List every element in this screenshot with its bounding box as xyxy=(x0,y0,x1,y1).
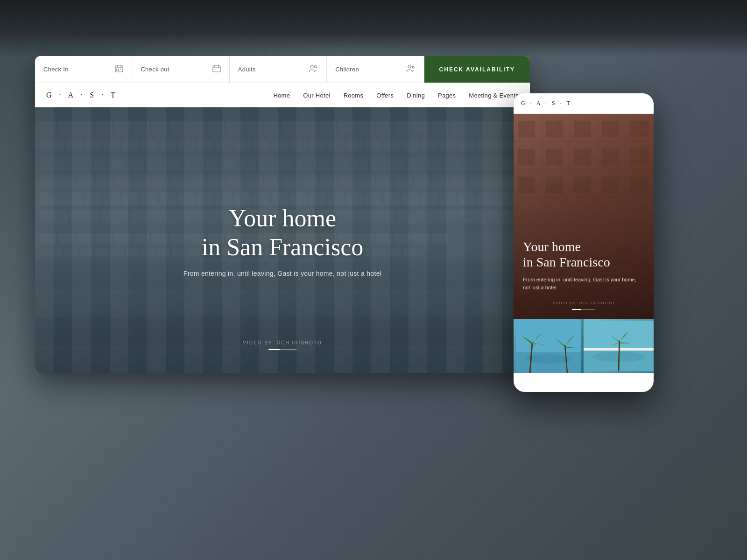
pool2-svg xyxy=(584,319,654,373)
mobile-logo: G · A · S · T xyxy=(521,100,572,107)
svg-point-221 xyxy=(525,354,572,364)
booking-bar: Check In Check out xyxy=(35,56,530,83)
mobile-hero-content: Your home in San Francisco From entering… xyxy=(514,239,654,291)
pool-image-2 xyxy=(584,319,654,373)
nav-home[interactable]: Home xyxy=(273,92,290,99)
check-in-field[interactable]: Check In xyxy=(35,56,132,83)
svg-rect-9 xyxy=(213,66,220,72)
children-field[interactable]: Children xyxy=(327,56,424,83)
svg-rect-8 xyxy=(118,70,119,71)
svg-rect-5 xyxy=(118,69,119,70)
desktop-video-credit: VIDEO BY: OCH IRISHOTO xyxy=(243,340,322,350)
mobile-thumbnails xyxy=(514,319,654,373)
svg-rect-4 xyxy=(116,69,117,70)
nav-rooms[interactable]: Rooms xyxy=(344,92,364,99)
desktop-mockup: Check In Check out xyxy=(35,56,530,373)
desktop-hero-title: Your home in San Francisco xyxy=(183,204,381,262)
desktop-hero-subtitle: From entering in, until leaving, Gast is… xyxy=(183,269,381,277)
desktop-hero-progress xyxy=(268,349,296,350)
check-in-label: Check In xyxy=(43,66,69,73)
adults-icon xyxy=(309,64,318,75)
nav-our-hotel[interactable]: Our Hotel xyxy=(303,92,330,99)
check-out-label: Check out xyxy=(141,66,169,73)
mobile-hero-title: Your home in San Francisco xyxy=(523,239,644,270)
pool-image-1 xyxy=(514,319,584,373)
children-label: Children xyxy=(335,66,359,73)
desktop-hero-content: Your home in San Francisco From entering… xyxy=(183,204,381,277)
check-out-field[interactable]: Check out xyxy=(132,56,229,83)
desktop-nav: G · A · S · T Home Our Hotel Rooms Offer… xyxy=(35,83,530,107)
mobile-hero-progress xyxy=(572,309,595,310)
thumbnail-1 xyxy=(514,319,584,373)
calendar-icon xyxy=(115,64,123,75)
desktop-logo: G · A · S · T xyxy=(46,91,118,99)
svg-rect-6 xyxy=(120,69,121,70)
svg-rect-7 xyxy=(116,70,117,71)
adults-label: Adults xyxy=(238,66,256,73)
mobile-nav: G · A · S · T xyxy=(514,93,654,114)
svg-point-13 xyxy=(310,65,313,68)
svg-point-16 xyxy=(412,66,414,68)
nav-links: Home Our Hotel Rooms Offers Dining Pages… xyxy=(273,91,519,99)
nav-offers[interactable]: Offers xyxy=(376,92,394,99)
pool-svg xyxy=(514,319,584,373)
calendar-icon-2 xyxy=(212,64,221,75)
bg-dark-top xyxy=(0,0,747,56)
mobile-mockup: G · A · S · T xyxy=(514,93,654,392)
svg-line-228 xyxy=(619,341,620,371)
svg-point-14 xyxy=(315,65,317,68)
nav-dining[interactable]: Dining xyxy=(407,92,425,99)
desktop-hero-progress-fill xyxy=(268,349,280,350)
thumbnail-2 xyxy=(584,319,654,373)
check-availability-button[interactable]: CHECK AVAILABILITY xyxy=(424,56,530,83)
nav-meeting-events[interactable]: Meeting & Events xyxy=(469,92,519,99)
mobile-hero-subtitle: From entering in, until leaving, Gast is… xyxy=(523,276,644,291)
children-icon xyxy=(406,64,416,75)
mobile-hero: Your home in San Francisco From entering… xyxy=(514,114,654,319)
desktop-hero: Your home in San Francisco From entering… xyxy=(35,107,530,373)
svg-point-15 xyxy=(408,65,411,68)
nav-pages[interactable]: Pages xyxy=(438,92,456,99)
mobile-video-credit: VIDEO BY: OCH IRISHOTO xyxy=(514,301,654,310)
adults-field[interactable]: Adults xyxy=(230,56,327,83)
mobile-progress-fill xyxy=(572,309,581,310)
